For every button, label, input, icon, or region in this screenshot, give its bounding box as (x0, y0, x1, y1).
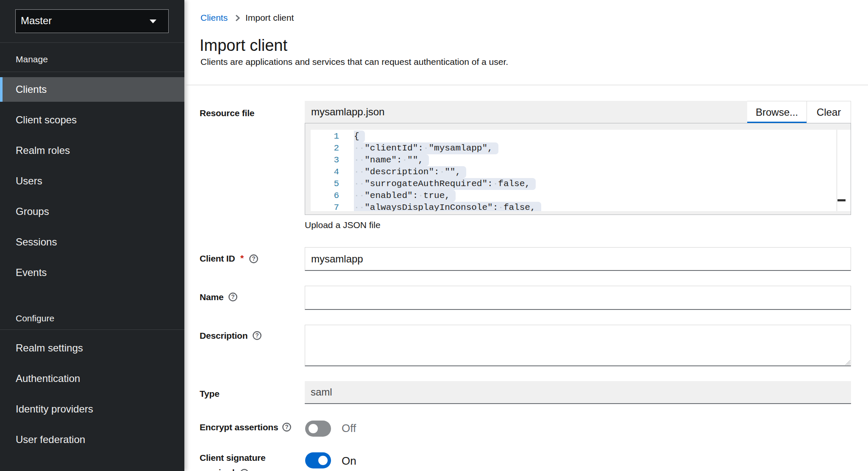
svg-text:?: ? (285, 424, 289, 430)
svg-text:?: ? (255, 332, 259, 339)
svg-text:?: ? (252, 255, 256, 262)
svg-text:?: ? (231, 293, 235, 300)
